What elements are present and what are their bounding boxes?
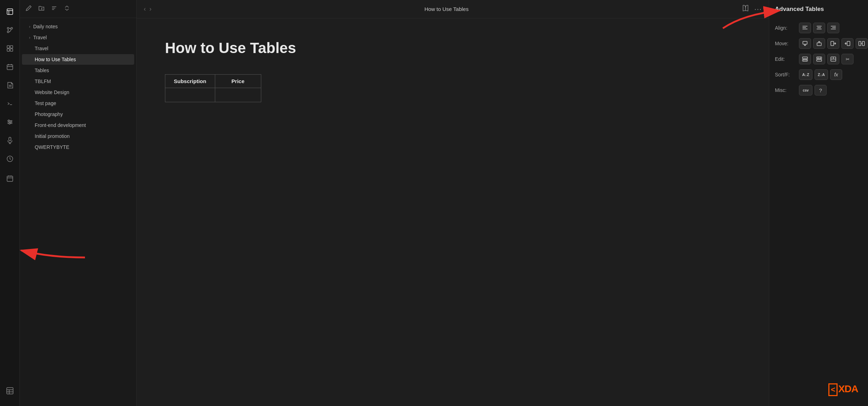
main-content: How to Use Tables Subscription Price	[137, 18, 769, 406]
insert-row-button[interactable]	[799, 54, 811, 64]
sidebar-item-travel[interactable]: Travel	[22, 43, 134, 54]
sidebar-item-tblfm[interactable]: TBLFM	[22, 76, 134, 87]
svg-point-22	[10, 121, 12, 123]
document-title: How to Use Tables	[152, 6, 742, 12]
sidebar-item-photography[interactable]: Photography	[22, 109, 134, 120]
svg-rect-62	[803, 57, 807, 59]
sidebar-item-qwertybyte[interactable]: QWERTYBYTE	[22, 142, 134, 152]
sidebar-nav: › Daily notes › Travel Travel How to Use…	[20, 18, 136, 406]
more-options-icon[interactable]: ···	[754, 5, 762, 14]
calendar2-icon[interactable]	[5, 173, 15, 184]
sidebar-item-initial-promotion[interactable]: Initial promotion	[22, 131, 134, 141]
move-label: Move:	[775, 41, 795, 46]
delete-row-button[interactable]	[813, 54, 825, 64]
sliders-icon[interactable]	[5, 117, 15, 127]
svg-rect-8	[10, 46, 13, 48]
move-col-left-button[interactable]	[841, 38, 853, 49]
files-icon[interactable]	[5, 80, 15, 91]
calendar-small-icon[interactable]	[5, 62, 15, 72]
move-row: Move:	[775, 38, 862, 49]
move-col-right-button[interactable]	[827, 38, 839, 49]
align-buttons	[799, 23, 839, 33]
table-header-price: Price	[215, 75, 261, 88]
header-actions: ···	[742, 4, 762, 14]
chevron-right-icon: ›	[29, 35, 30, 40]
svg-rect-54	[817, 43, 821, 46]
edit-row: Edit:	[775, 54, 862, 64]
panel-title: Advanced Tables	[775, 6, 862, 16]
move-buttons	[799, 38, 868, 49]
svg-point-21	[8, 120, 10, 121]
expand-collapse-icon[interactable]	[64, 5, 70, 13]
align-left-button[interactable]	[799, 23, 811, 33]
move-down-button[interactable]	[799, 38, 811, 49]
header-nav: ‹ ›	[144, 5, 152, 13]
layers-icon[interactable]	[5, 6, 15, 17]
help-button[interactable]: ?	[815, 85, 827, 95]
formula-button[interactable]: fx	[830, 69, 842, 80]
sort-icon[interactable]	[51, 5, 57, 13]
svg-rect-24	[9, 137, 11, 141]
chevron-right-icon: ›	[29, 24, 30, 29]
back-button[interactable]: ‹	[144, 5, 146, 13]
svg-rect-51	[803, 41, 807, 44]
sort-za-button[interactable]: Z↓A	[815, 69, 828, 80]
main-header: ‹ › How to Use Tables ···	[137, 0, 769, 18]
svg-rect-11	[7, 65, 13, 70]
svg-rect-32	[7, 388, 13, 394]
mic-icon[interactable]	[5, 135, 15, 146]
sidebar-item-how-to-use-tables[interactable]: How to Use Tables	[22, 54, 134, 65]
move-up-button[interactable]	[813, 38, 825, 49]
table-row	[165, 88, 261, 102]
icon-bar	[0, 0, 20, 406]
sidebar: › Daily notes › Travel Travel How to Use…	[20, 0, 137, 406]
table-cell-subscription[interactable]	[165, 88, 215, 102]
book-icon[interactable]	[742, 4, 749, 14]
align-center-button[interactable]	[813, 23, 825, 33]
edit-buttons: ✂	[799, 54, 853, 64]
sidebar-item-test-page[interactable]: Test page	[22, 98, 134, 109]
svg-rect-63	[803, 59, 807, 61]
sidebar-item-travel-group[interactable]: › Travel	[22, 32, 134, 43]
align-label: Align:	[775, 25, 795, 31]
sidebar-item-website-design[interactable]: Website Design	[22, 87, 134, 98]
new-folder-icon[interactable]	[38, 5, 45, 13]
align-right-button[interactable]	[827, 23, 839, 33]
sidebar-item-daily-notes[interactable]: › Daily notes	[22, 21, 134, 32]
svg-rect-28	[7, 176, 13, 181]
svg-rect-55	[831, 41, 834, 46]
edit-icon[interactable]	[25, 5, 32, 13]
right-panel: Advanced Tables Align:	[769, 0, 868, 406]
svg-rect-58	[847, 41, 850, 46]
git-branch-icon[interactable]	[5, 25, 15, 35]
merge-cells-button[interactable]	[827, 54, 839, 64]
demo-table: Subscription Price	[165, 74, 261, 102]
align-row: Align:	[775, 23, 862, 33]
edit-label: Edit:	[775, 56, 795, 62]
table-cell-price[interactable]	[215, 88, 261, 102]
misc-label: Misc:	[775, 87, 795, 93]
svg-point-4	[7, 31, 9, 33]
sidebar-item-tables[interactable]: Tables	[22, 65, 134, 76]
sort-buttons: A↓Z Z↓A fx	[799, 69, 842, 80]
clock-icon[interactable]	[5, 153, 15, 164]
plugin-table-icon[interactable]	[5, 385, 15, 396]
sort-label: Sort/F:	[775, 72, 795, 77]
svg-rect-59	[859, 41, 861, 46]
svg-rect-9	[7, 49, 10, 51]
csv-button[interactable]: csv	[799, 85, 812, 95]
move-swap-button[interactable]	[856, 38, 868, 49]
table-header-subscription: Subscription	[165, 75, 215, 88]
sort-az-button[interactable]: A↓Z	[799, 69, 812, 80]
svg-point-23	[9, 123, 10, 124]
page-title: How to Use Tables	[165, 40, 741, 57]
svg-rect-0	[7, 9, 13, 14]
svg-rect-66	[817, 57, 822, 59]
cut-button[interactable]: ✂	[841, 54, 853, 64]
svg-point-3	[7, 28, 9, 29]
grid-icon[interactable]	[5, 43, 15, 54]
sidebar-toolbar	[20, 0, 136, 18]
sidebar-item-frontend[interactable]: Front-end development	[22, 120, 134, 130]
terminal-icon[interactable]	[5, 98, 15, 109]
sort-row: Sort/F: A↓Z Z↓A fx	[775, 69, 862, 80]
